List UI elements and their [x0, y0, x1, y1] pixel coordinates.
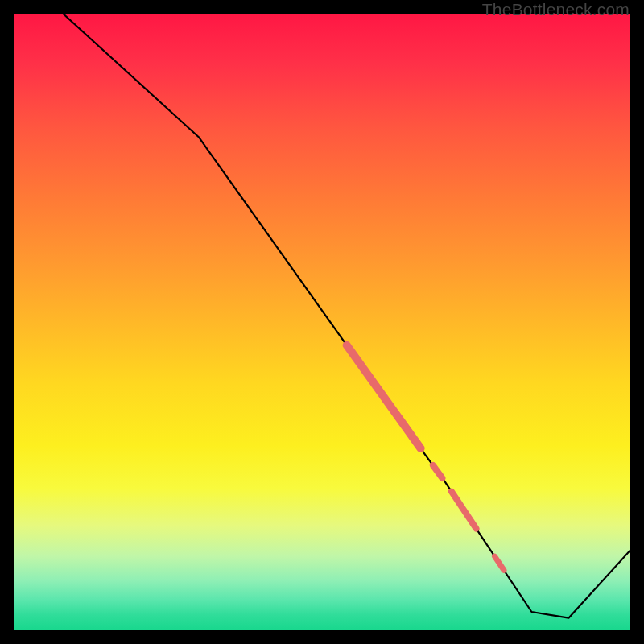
- highlight-dot-1: [433, 465, 443, 478]
- chart-overlay: [14, 14, 630, 630]
- highlight-segment-small: [452, 492, 477, 529]
- bottleneck-curve-path: [14, 14, 630, 618]
- watermark-text: TheBottleneck.com: [482, 0, 630, 19]
- highlight-segment-main: [347, 345, 421, 448]
- highlight-dot-2: [495, 556, 505, 570]
